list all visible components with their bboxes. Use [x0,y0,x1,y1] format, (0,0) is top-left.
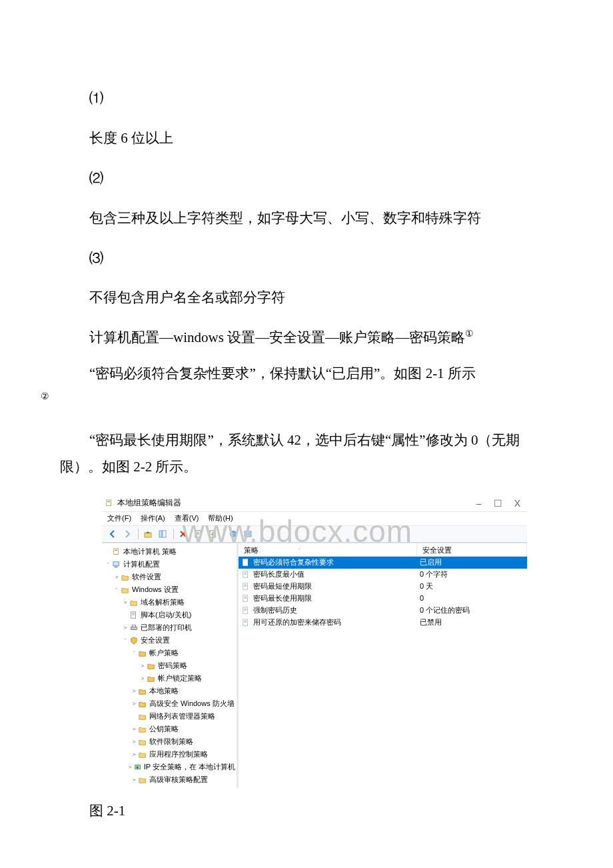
tree-item[interactable]: ˇ安全设置 [105,634,235,647]
expand-icon[interactable]: ˇ [105,561,111,568]
tree-item[interactable]: >IP 安全策略，在 本地计算机 [105,761,235,773]
back-button[interactable] [106,528,119,540]
desc2-text: “密码必须符合复杂性要求”，保持默认“已启用”。如图 2-1 所示 [89,365,476,381]
column-policy-label: 策略 [244,545,259,556]
policy-value: 已禁用 [420,618,442,626]
expand-icon[interactable]: > [131,701,137,707]
show-hide-tree-button[interactable] [156,528,169,540]
tree-item[interactable]: >软件限制策略 [105,735,235,748]
tree-item[interactable]: >本地策略 [105,685,235,697]
policy-row[interactable]: 用可还原的加密来储存密码已禁用 [239,617,527,629]
window-titlebar[interactable]: 本地组策略编辑器 – ☐ X [102,495,527,512]
column-setting[interactable]: 安全设置 [417,543,527,556]
sec-icon [129,636,139,645]
tree-item[interactable]: ˇ帐户策略 [105,647,235,659]
policy-value: 0 [420,594,424,602]
close-button[interactable]: X [514,497,520,510]
tree-item[interactable]: 网络列表管理器策略 [105,710,235,723]
maximize-button[interactable]: ☐ [494,497,502,510]
delete-button[interactable] [177,528,190,540]
tree-item[interactable]: 本地计算机 策略 [105,545,235,558]
export-button[interactable] [206,528,219,540]
tree-item[interactable]: ˇWindows 设置 [105,583,235,596]
text-1: 长度 6 位以上 [60,125,553,152]
folder2-icon [138,649,147,657]
expand-icon[interactable]: > [131,726,137,733]
policy-row[interactable]: 强制密码历史0 个记住的密码 [239,605,527,617]
tree-panel[interactable]: 本地计算机 策略ˇ计算机配置>软件设置ˇWindows 设置>域名解析策略脚本(… [102,543,239,788]
svg-text:?: ? [232,531,235,537]
tree-item[interactable]: >公钥策略 [105,723,235,735]
folder-icon [138,725,147,733]
expand-icon[interactable]: > [131,739,137,745]
tree-item[interactable]: >应用程序控制策略 [105,748,235,761]
expand-icon [105,549,111,555]
folder-icon [121,585,130,594]
list-header[interactable]: 策略 ˆ 安全设置 [239,543,527,557]
tree-item[interactable]: >帐户锁定策略 [105,672,235,685]
folder-icon [138,737,147,746]
policy-row[interactable]: 密码长度最小值0 个字符 [239,569,527,581]
policy-value: 0 个字符 [420,570,448,578]
path-text: 计算机配置—windows 设置—安全设置—账户策略—密码策略 [89,329,465,345]
numbered-3: ⑶ [60,245,553,272]
expand-icon[interactable]: > [122,599,129,606]
expand-icon[interactable]: ˇ [131,650,137,657]
menu-view[interactable]: 查看(V) [175,512,199,525]
policy-name: 密码最短使用期限 [253,581,312,592]
toolbar-separator [138,529,139,539]
desc-line-3: “密码最长使用期限”，系统默认 42，选中后右键“属性”修改为 0（无期限）。如… [60,427,553,481]
tree-item[interactable]: >软件设置 [105,571,235,583]
app-icon [105,499,114,508]
list-rows: 密码必须符合复杂性要求已启用密码长度最小值0 个字符密码最短使用期限0 天密码最… [239,557,527,629]
expand-icon[interactable]: ˇ [113,587,120,593]
policy-row[interactable]: 密码必须符合复杂性要求已启用 [239,557,527,569]
svg-rect-1 [107,501,109,503]
tree-item-label: 本地策略 [149,686,179,697]
tree-item-label: 安全设置 [141,635,170,646]
tree-item-label: 软件设置 [132,572,161,583]
policy-name: 用可还原的加密来储存密码 [253,617,341,628]
forward-button[interactable] [121,528,134,540]
expand-icon[interactable]: > [139,675,146,682]
minimize-button[interactable]: – [476,497,482,510]
help-button[interactable]: ? [227,528,240,540]
policy-row[interactable]: 密码最长使用期限0 [239,593,527,605]
expand-icon[interactable]: > [139,663,146,669]
expand-icon[interactable]: > [122,625,129,631]
policy-name: 强制密码历史 [253,605,297,616]
tree-item[interactable]: >已部署的打印机 [105,621,235,634]
column-policy[interactable]: 策略 ˆ [239,543,417,556]
expand-icon[interactable]: ˇ [122,637,129,644]
policy-value: 0 天 [420,582,433,590]
menu-help[interactable]: 帮助(H) [208,512,233,525]
tree-item[interactable]: ˇ计算机配置 [105,558,235,571]
svg-rect-13 [114,548,119,554]
folder-icon [138,750,147,759]
tree-item-label: 软件限制策略 [149,737,193,747]
tree-item-label: 计算机配置 [123,559,160,570]
tree-item-label: 高级安全 Windows 防火墙 [149,699,235,709]
folder-icon [138,712,147,721]
expand-icon[interactable]: > [131,777,137,783]
tree-item[interactable]: >密码策略 [105,659,235,672]
tree-item-label: 密码策略 [158,661,187,671]
up-button[interactable] [141,528,155,540]
tree-item[interactable]: >高级审核策略配置 [105,773,235,786]
printer-icon [129,623,139,632]
tree-item-label: 域名解析策略 [141,597,185,608]
expand-icon[interactable]: > [131,688,137,695]
menu-action[interactable]: 操作(A) [141,512,165,525]
expand-icon[interactable]: > [113,574,120,581]
expand-icon[interactable]: > [127,764,133,771]
filter-button[interactable] [241,528,255,540]
tree-item[interactable]: >高级安全 Windows 防火墙 [105,697,235,710]
tree-item[interactable]: >基于策略的 QoS [105,786,235,788]
menu-file[interactable]: 文件(F) [107,512,131,525]
list-panel[interactable]: 策略 ˆ 安全设置 密码必须符合复杂性要求已启用密码长度最小值0 个字符密码最短… [239,543,527,788]
policy-row[interactable]: 密码最短使用期限0 天 [239,581,527,593]
expand-icon[interactable]: > [131,751,137,758]
tree-item[interactable]: >域名解析策略 [105,596,235,609]
tree-item[interactable]: 脚本(启动/关机) [105,609,235,621]
properties-button[interactable] [191,528,205,540]
